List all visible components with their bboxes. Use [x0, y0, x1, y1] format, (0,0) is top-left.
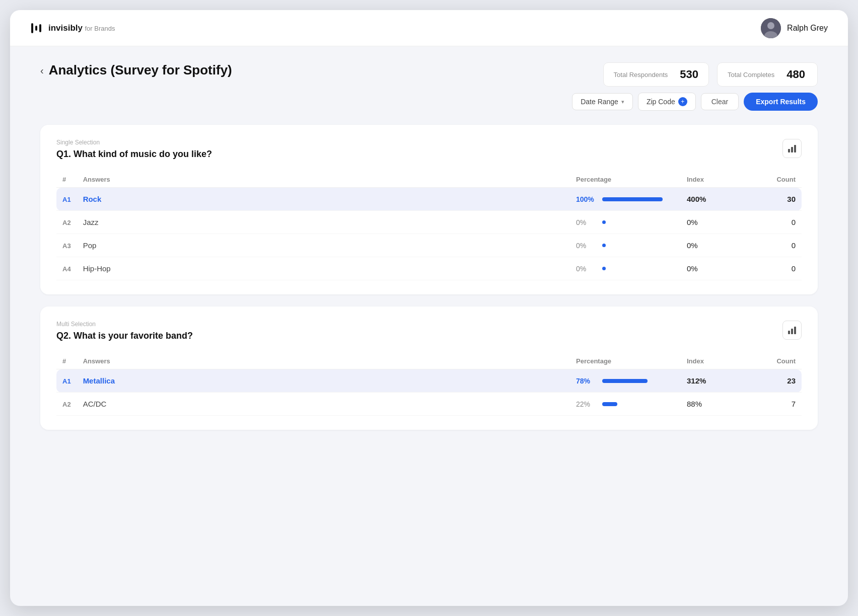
count-cell: 0 — [751, 234, 802, 257]
svg-rect-1 — [35, 26, 37, 31]
total-respondents-label: Total Respondents — [614, 71, 668, 79]
logo-area: invisibly for Brands — [30, 21, 115, 35]
svg-rect-8 — [794, 145, 796, 152]
top-header: invisibly for Brands Ralph Grey — [10, 10, 848, 46]
percentage-value: 78% — [576, 377, 597, 385]
avatar-img — [761, 18, 781, 38]
question-text: Q1. What kind of music do you like? — [56, 149, 212, 160]
svg-rect-10 — [791, 329, 793, 334]
count-cell: 23 — [751, 369, 802, 393]
logo-text: invisibly for Brands — [48, 23, 115, 33]
percentage-value: 100% — [576, 195, 597, 203]
question-type: Multi Selection — [56, 321, 193, 328]
bar-container — [602, 220, 675, 224]
total-respondents-value: 530 — [680, 68, 698, 81]
zip-code-filter[interactable]: Zip Code + — [638, 93, 696, 111]
percentage-value: 0% — [576, 265, 597, 273]
svg-rect-7 — [791, 147, 793, 152]
answer-label-cell: Metallica — [77, 369, 570, 393]
main-content: ‹ Analytics (Survey for Spotify) Total R… — [10, 46, 848, 606]
plus-icon: + — [678, 97, 687, 106]
total-completes-box: Total Completes 480 — [717, 62, 818, 87]
bar-chart-icon — [788, 326, 797, 335]
count-cell: 0 — [751, 211, 802, 234]
bar-dot — [602, 267, 606, 270]
table-body: A1 Metallica 78% 312% 23 A2 — [56, 369, 802, 416]
app-window: invisibly for Brands Ralph Grey ‹ Analyt… — [10, 10, 848, 606]
bar-fill — [602, 379, 648, 383]
answer-id-cell: A2 — [56, 211, 77, 234]
zip-code-label: Zip Code — [647, 98, 675, 106]
col-answers: Answers — [77, 172, 570, 188]
answer-label: Rock — [83, 195, 102, 203]
answer-table: # Answers Percentage Index Count A1 Rock — [56, 172, 802, 280]
bar-container — [602, 379, 675, 383]
export-button[interactable]: Export Results — [744, 93, 818, 111]
table-row: A2 Jazz 0% 0% 0 — [56, 211, 802, 234]
chart-view-button[interactable] — [782, 321, 802, 340]
bar-dot — [602, 220, 606, 224]
answer-label: Metallica — [83, 376, 115, 385]
back-button[interactable]: ‹ — [40, 65, 44, 76]
table-row: A3 Pop 0% 0% 0 — [56, 234, 802, 257]
stats-area: Total Respondents 530 Total Completes 48… — [572, 62, 818, 111]
table-row: A1 Rock 100% 400% 30 — [56, 188, 802, 211]
percentage-value: 0% — [576, 242, 597, 250]
answer-table: # Answers Percentage Index Count A1 Meta… — [56, 353, 802, 416]
total-completes-value: 480 — [786, 68, 805, 81]
table-body: A1 Rock 100% 400% 30 A2 — [56, 188, 802, 280]
count-cell: 30 — [751, 188, 802, 211]
count-cell: 0 — [751, 257, 802, 280]
percentage-cell: 100% — [570, 188, 681, 211]
col-count: Count — [751, 172, 802, 188]
col-percentage: Percentage — [570, 353, 681, 369]
question-type: Single Selection — [56, 139, 212, 146]
answer-label-cell: Hip-Hop — [77, 257, 570, 280]
answer-id-cell: A1 — [56, 369, 77, 393]
answer-label: Pop — [83, 241, 97, 250]
index-cell: 0% — [681, 257, 751, 280]
question-info: Multi Selection Q2. What is your favorit… — [56, 321, 193, 341]
col-number: # — [56, 353, 77, 369]
bar-container — [602, 244, 675, 248]
bar-container — [602, 197, 675, 201]
answer-label-cell: AC/DC — [77, 393, 570, 416]
index-cell: 0% — [681, 211, 751, 234]
page-title: Analytics (Survey for Spotify) — [49, 62, 232, 78]
question-card-2: Multi Selection Q2. What is your favorit… — [40, 306, 818, 430]
index-cell: 0% — [681, 234, 751, 257]
user-menu[interactable]: Ralph Grey — [761, 18, 828, 38]
answer-id: A2 — [62, 401, 71, 408]
table-row: A4 Hip-Hop 0% 0% 0 — [56, 257, 802, 280]
table-header-row: # Answers Percentage Index Count — [56, 172, 802, 188]
date-range-filter[interactable]: Date Range ▾ — [572, 93, 633, 110]
index-cell: 88% — [681, 393, 751, 416]
stats-row: Total Respondents 530 Total Completes 48… — [603, 62, 818, 87]
answer-id: A1 — [62, 377, 71, 385]
index-cell: 400% — [681, 188, 751, 211]
question-text: Q2. What is your favorite band? — [56, 331, 193, 341]
svg-rect-9 — [788, 331, 790, 334]
bar-container — [602, 402, 675, 406]
questions-container: Single Selection Q1. What kind of music … — [40, 125, 818, 430]
percentage-cell: 0% — [570, 211, 681, 234]
answer-label: Jazz — [83, 218, 99, 226]
svg-rect-2 — [39, 24, 41, 32]
percentage-cell: 0% — [570, 257, 681, 280]
col-percentage: Percentage — [570, 172, 681, 188]
answer-id: A4 — [62, 265, 71, 273]
svg-rect-0 — [31, 23, 33, 33]
question-info: Single Selection Q1. What kind of music … — [56, 139, 212, 160]
avatar — [761, 18, 781, 38]
bar-container — [602, 267, 675, 271]
svg-point-4 — [767, 22, 774, 29]
answer-label: AC/DC — [83, 400, 107, 408]
answer-id: A2 — [62, 219, 71, 226]
table-header-row: # Answers Percentage Index Count — [56, 353, 802, 369]
answer-label-cell: Rock — [77, 188, 570, 211]
clear-button[interactable]: Clear — [701, 93, 739, 110]
chart-view-button[interactable] — [782, 139, 802, 158]
percentage-value: 0% — [576, 218, 597, 226]
bar-chart-icon — [788, 144, 797, 153]
table-row: A1 Metallica 78% 312% 23 — [56, 369, 802, 393]
